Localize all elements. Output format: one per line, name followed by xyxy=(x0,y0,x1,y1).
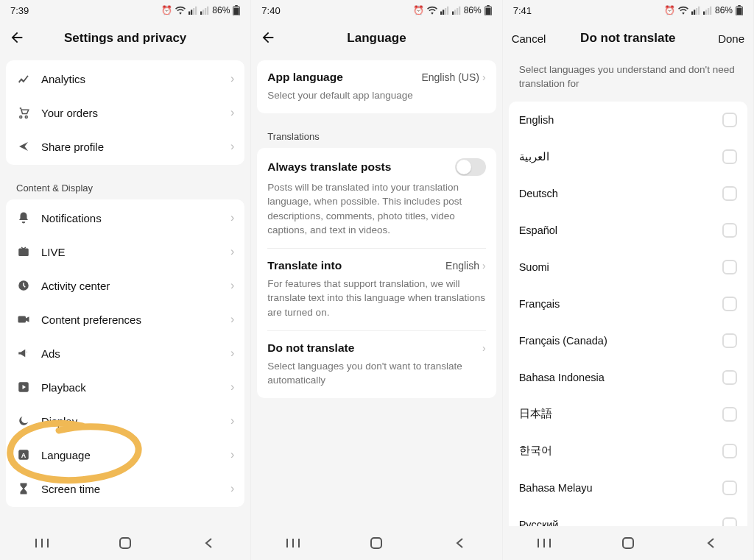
checkbox[interactable] xyxy=(722,297,737,311)
android-nav-bar xyxy=(503,526,753,560)
nav-recents[interactable] xyxy=(271,537,315,549)
row-content-preferences[interactable]: Content preferences › xyxy=(6,302,244,336)
nav-back[interactable] xyxy=(187,536,231,550)
status-icons: ⏰ 86% xyxy=(664,5,743,15)
lang-row-espanol[interactable]: Español xyxy=(509,212,747,249)
svg-rect-3 xyxy=(195,7,197,15)
lang-label: Bahasa Melayu xyxy=(519,482,593,494)
lang-label: English xyxy=(519,114,554,126)
svg-rect-50 xyxy=(623,538,633,548)
alarm-icon: ⏰ xyxy=(413,5,424,15)
cancel-button[interactable]: Cancel xyxy=(512,32,546,45)
nav-recents[interactable] xyxy=(522,537,566,549)
row-screen-time[interactable]: Screen time › xyxy=(6,472,244,506)
back-button[interactable] xyxy=(9,29,25,47)
back-button[interactable] xyxy=(260,29,276,47)
checkbox[interactable] xyxy=(722,333,737,348)
row-do-not-translate[interactable]: Do not translate › Select languages you … xyxy=(257,331,496,398)
row-app-language[interactable]: App language English (US) › Select your … xyxy=(257,60,496,113)
group-content-display: Notifications › LIVE › Activity center ›… xyxy=(6,199,244,507)
signal2-icon xyxy=(452,6,461,15)
content-area: Analytics › Your orders › Share profile … xyxy=(0,56,250,526)
row-notifications[interactable]: Notifications › xyxy=(6,201,244,235)
lang-row-russian[interactable]: Русский xyxy=(509,506,747,526)
checkbox[interactable] xyxy=(722,517,737,526)
clock-icon xyxy=(16,278,31,293)
row-label: LIVE xyxy=(41,246,220,258)
lang-row-english[interactable]: English xyxy=(509,102,747,138)
status-icons: ⏰ 86% xyxy=(161,5,240,15)
lang-row-indonesia[interactable]: Bahasa Indonesia xyxy=(509,359,747,396)
battery-text: 86% xyxy=(715,5,733,15)
page-title: Settings and privacy xyxy=(0,31,250,46)
wifi-icon xyxy=(427,6,437,15)
row-analytics[interactable]: Analytics › xyxy=(6,62,244,96)
nav-back[interactable] xyxy=(689,536,733,550)
battery-text: 86% xyxy=(212,5,230,15)
row-activity-center[interactable]: Activity center › xyxy=(6,269,244,302)
lang-label: Français (Canada) xyxy=(519,335,607,347)
row-live[interactable]: LIVE › xyxy=(6,235,244,269)
svg-rect-1 xyxy=(191,10,192,15)
lang-row-francais-ca[interactable]: Français (Canada) xyxy=(509,322,747,359)
toggle-always-translate[interactable] xyxy=(455,158,486,176)
lang-row-francais[interactable]: Français xyxy=(509,286,747,322)
screen-do-not-translate: 7:41 ⏰ 86% Cancel Do not translate Done … xyxy=(503,0,754,560)
cart-icon xyxy=(16,105,31,120)
done-button[interactable]: Done xyxy=(718,32,744,45)
checkbox[interactable] xyxy=(722,444,737,458)
row-language[interactable]: A Language › xyxy=(6,438,244,472)
svg-rect-40 xyxy=(703,12,705,15)
svg-rect-27 xyxy=(457,8,458,15)
svg-rect-0 xyxy=(188,12,190,15)
row-always-translate: Always translate posts Posts will be tra… xyxy=(257,148,496,248)
lang-row-japanese[interactable]: 日本語 xyxy=(509,396,747,433)
checkbox[interactable] xyxy=(722,186,737,201)
language-list: English العربية Deutsch Español Suomi Fr… xyxy=(509,102,747,526)
row-value: English (US) › xyxy=(421,71,485,83)
lang-label: Bahasa Indonesia xyxy=(519,372,605,383)
play-icon xyxy=(16,380,31,394)
row-playback[interactable]: Playback › xyxy=(6,370,244,404)
row-share-profile[interactable]: Share profile › xyxy=(6,130,244,163)
battery-text: 86% xyxy=(464,5,482,15)
checkbox[interactable] xyxy=(722,223,737,238)
status-time: 7:40 xyxy=(261,5,280,16)
svg-rect-42 xyxy=(708,8,709,15)
hourglass-icon xyxy=(16,481,31,496)
nav-back[interactable] xyxy=(438,536,482,550)
checkbox[interactable] xyxy=(722,260,737,274)
checkbox[interactable] xyxy=(722,113,737,127)
checkbox[interactable] xyxy=(722,407,737,422)
row-translate-into[interactable]: Translate into English › For features th… xyxy=(257,249,496,330)
nav-home[interactable] xyxy=(606,536,650,550)
chevron-right-icon: › xyxy=(230,448,234,461)
lang-row-deutsch[interactable]: Deutsch xyxy=(509,175,747,212)
lang-row-melayu[interactable]: Bahasa Melayu xyxy=(509,469,747,506)
status-bar: 7:39 ⏰ 86% xyxy=(0,0,250,21)
nav-home[interactable] xyxy=(354,536,398,550)
row-title: Always translate posts xyxy=(267,160,391,174)
battery-icon xyxy=(736,5,743,15)
checkbox[interactable] xyxy=(722,149,737,164)
row-ads[interactable]: Ads › xyxy=(6,336,244,370)
checkbox[interactable] xyxy=(722,370,737,385)
lang-row-korean[interactable]: 한국어 xyxy=(509,433,747,469)
lang-label: Suomi xyxy=(519,261,549,273)
chevron-right-icon: › xyxy=(230,313,234,326)
nav-recents[interactable] xyxy=(20,537,64,549)
row-display[interactable]: Display › xyxy=(6,404,244,438)
row-label: Share profile xyxy=(41,141,220,153)
lang-row-arabic[interactable]: العربية xyxy=(509,138,747,175)
app-bar: Cancel Do not translate Done xyxy=(503,21,753,56)
nav-home[interactable] xyxy=(103,536,147,550)
checkbox[interactable] xyxy=(722,481,737,495)
wifi-icon xyxy=(678,6,688,15)
content-area: App language English (US) › Select your … xyxy=(251,56,501,526)
section-header: Content & Display xyxy=(6,172,244,199)
section-header: Translations xyxy=(257,121,496,148)
page-title: Language xyxy=(251,31,501,46)
lang-row-suomi[interactable]: Suomi xyxy=(509,249,747,286)
row-orders[interactable]: Your orders › xyxy=(6,96,244,130)
svg-rect-26 xyxy=(454,10,456,15)
